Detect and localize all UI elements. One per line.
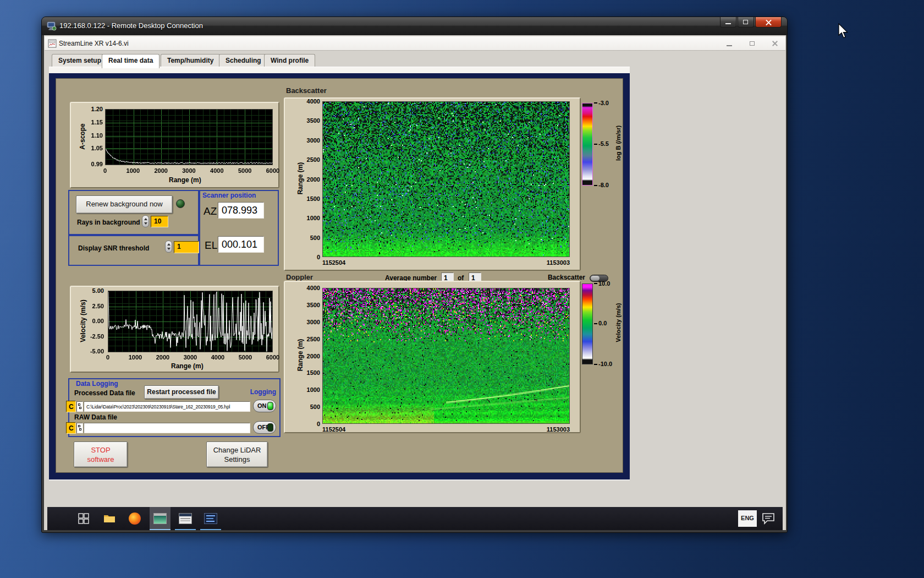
tick-label: 0 bbox=[292, 421, 320, 427]
icon-line bbox=[206, 515, 215, 516]
vi-close-button[interactable] bbox=[771, 40, 779, 47]
language-indicator[interactable]: ENG bbox=[738, 510, 757, 527]
velocity-chart: Velocity (m/s) Range (m) 5.002.500.00-2.… bbox=[70, 286, 279, 373]
snr-threshold-label: Display SNR threshold bbox=[78, 244, 149, 252]
change-lidar-settings-button[interactable]: Change LiDAR Settings bbox=[206, 441, 268, 467]
tick-label: 2000 bbox=[150, 167, 172, 174]
rdp-minimize-button[interactable] bbox=[720, 17, 736, 28]
tab-real-time-data[interactable]: Real time data bbox=[102, 54, 160, 68]
file-explorer-icon bbox=[103, 514, 116, 524]
doppler-title: Doppler bbox=[286, 273, 313, 281]
firefox-button[interactable] bbox=[124, 507, 145, 530]
colorbar-tick-label: 10.0 bbox=[598, 280, 610, 287]
ascope-plot-canvas bbox=[106, 110, 272, 165]
tick-label: 0.99 bbox=[74, 161, 103, 167]
streamline-app-button[interactable] bbox=[150, 507, 170, 530]
browse-glyph bbox=[78, 403, 80, 406]
mouse-cursor bbox=[838, 23, 850, 40]
tab-wind-profile[interactable]: Wind profile bbox=[264, 54, 315, 67]
tab-system-setup[interactable]: System setup bbox=[52, 54, 108, 67]
tick-label: 1.15 bbox=[74, 119, 103, 126]
processed-browse-icon[interactable] bbox=[76, 401, 83, 412]
tick-label: 1000 bbox=[124, 354, 146, 361]
tab-label: Scheduling bbox=[226, 57, 261, 64]
doppler-colorbar bbox=[582, 283, 593, 364]
doppler-plot-area bbox=[322, 288, 570, 424]
log-viewer-app-button[interactable] bbox=[200, 507, 221, 530]
backscatter-heatmap-canvas bbox=[323, 102, 569, 257]
rdp-titlebar[interactable]: 192.168.0.122 - Remote Desktop Connectio… bbox=[42, 17, 787, 35]
scan-scheduler-app-button[interactable] bbox=[175, 507, 196, 530]
doppler-heatmap-canvas bbox=[323, 288, 569, 423]
tick-label: 500 bbox=[292, 403, 320, 410]
vi-titlebar[interactable]: StreamLine XR v14-6.vi bbox=[45, 36, 785, 51]
tick-label: 1152504 bbox=[322, 426, 345, 433]
tick-label: 0 bbox=[292, 254, 320, 260]
raw-drive-selector[interactable]: C bbox=[66, 422, 76, 434]
increment-icon bbox=[167, 243, 170, 246]
raw-logging-toggle[interactable]: OFF bbox=[253, 421, 276, 434]
colorbar-tick-label: -10.0 bbox=[598, 361, 612, 367]
colorbar-tick bbox=[594, 185, 597, 186]
backscatter-colorbar bbox=[582, 103, 593, 186]
tab-scheduling[interactable]: Scheduling bbox=[219, 54, 268, 67]
notification-chat-button[interactable] bbox=[762, 512, 775, 527]
restore-icon bbox=[750, 41, 755, 46]
restart-processed-file-button[interactable]: Restart processed file bbox=[144, 385, 219, 399]
tick-label: 3500 bbox=[292, 117, 320, 124]
start-button[interactable] bbox=[73, 507, 94, 530]
snr-spinner[interactable] bbox=[165, 241, 172, 253]
tick-label: 5000 bbox=[234, 354, 256, 361]
raw-data-file-path[interactable] bbox=[84, 423, 250, 433]
colorbar-tick-label: 0.0 bbox=[598, 320, 607, 326]
tick-label: 4000 bbox=[207, 354, 229, 361]
renew-background-button[interactable]: Renew background now bbox=[76, 195, 173, 214]
processed-drive-selector[interactable]: C bbox=[66, 401, 76, 412]
tick-label: 3000 bbox=[292, 319, 320, 325]
colorbar-tick bbox=[594, 364, 597, 365]
processed-data-file-path[interactable]: C:\Lidar\Data\Proc\2023\202309\20230919\… bbox=[84, 401, 250, 412]
vi-file-icon bbox=[48, 39, 57, 50]
stop-software-button[interactable]: STOP software bbox=[74, 441, 128, 467]
rays-spinner[interactable] bbox=[142, 215, 149, 227]
tab-label: Wind profile bbox=[271, 57, 309, 64]
browse-glyph bbox=[79, 428, 81, 430]
logging-off-led bbox=[267, 423, 273, 432]
az-value-field[interactable]: 078.993 bbox=[218, 202, 264, 219]
tick-label: 2.50 bbox=[75, 303, 104, 309]
taskbar: ENG bbox=[47, 507, 783, 530]
tick-label: 0.00 bbox=[75, 318, 104, 324]
tick-label: 2000 bbox=[292, 176, 320, 183]
scan-scheduler-app-icon bbox=[179, 513, 192, 524]
scanner-position-box bbox=[199, 190, 279, 266]
firefox-icon bbox=[129, 512, 141, 525]
backscatter-chart: Range (m) 400035003000250020001500100050… bbox=[284, 97, 581, 271]
tick-label: 1.10 bbox=[74, 132, 103, 139]
raw-browse-icon[interactable] bbox=[76, 423, 83, 433]
minimize-icon bbox=[725, 23, 731, 24]
file-explorer-button[interactable] bbox=[99, 507, 120, 530]
colorbar-tick bbox=[594, 283, 597, 284]
rdp-close-button[interactable] bbox=[755, 17, 782, 28]
vi-restore-button[interactable] bbox=[748, 40, 757, 47]
tick-label: 3000 bbox=[179, 354, 201, 361]
tab-temp-humidity[interactable]: Temp/humidity bbox=[161, 54, 220, 67]
processed-logging-toggle[interactable]: ON bbox=[253, 400, 276, 412]
snr-threshold-field[interactable]: 1 bbox=[174, 241, 199, 253]
rdp-window-title: 192.168.0.122 - Remote Desktop Connectio… bbox=[59, 21, 203, 30]
el-value-field[interactable]: 000.101 bbox=[218, 236, 264, 253]
tick-label: 1.05 bbox=[74, 145, 103, 151]
scanner-position-title: Scanner position bbox=[202, 192, 256, 199]
icon-line bbox=[206, 518, 213, 519]
tick-label: 1152504 bbox=[322, 259, 345, 266]
tick-label: 500 bbox=[292, 235, 320, 241]
tick-label: 1153003 bbox=[531, 259, 570, 266]
vi-minimize-button[interactable] bbox=[725, 40, 734, 47]
rays-in-background-label: Rays in background bbox=[77, 219, 140, 226]
change-line1: Change LiDAR bbox=[213, 446, 261, 454]
colorbar-tick bbox=[594, 323, 597, 324]
rdp-restore-button[interactable] bbox=[738, 17, 754, 28]
rays-in-background-field[interactable]: 10 bbox=[151, 216, 168, 227]
tick-label: 1000 bbox=[292, 386, 320, 393]
browse-glyph bbox=[79, 407, 81, 409]
